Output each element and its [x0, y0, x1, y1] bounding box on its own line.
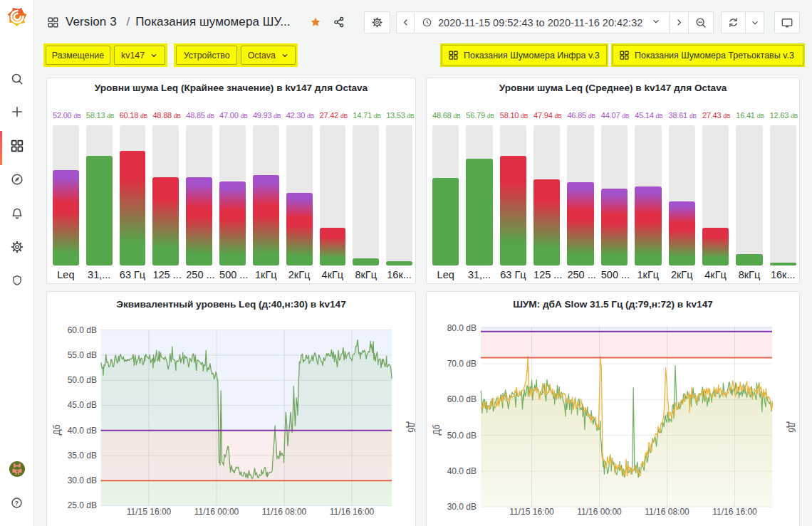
svg-text:Дб: Дб — [786, 422, 796, 433]
svg-text:?: ? — [15, 500, 19, 507]
svg-text:11/15 16:00: 11/15 16:00 — [509, 507, 554, 517]
svg-text:11/16 16:00: 11/16 16:00 — [330, 507, 375, 517]
svg-text:50.0 dB: 50.0 dB — [447, 431, 477, 441]
svg-text:Дб: Дб — [52, 424, 62, 435]
svg-text:11/16 16:00: 11/16 16:00 — [712, 507, 757, 517]
svg-text:11/16 08:00: 11/16 08:00 — [262, 507, 307, 517]
svg-text:30.0 dB: 30.0 dB — [447, 502, 477, 512]
svg-text:Дб: Дб — [432, 424, 442, 435]
svg-text:11/16 08:00: 11/16 08:00 — [645, 507, 689, 517]
svg-text:35.0 dB: 35.0 dB — [68, 451, 97, 461]
svg-text:55.0 dB: 55.0 dB — [68, 350, 97, 360]
svg-text:25.0 dB: 25.0 dB — [68, 500, 97, 510]
svg-text:Дб: Дб — [406, 422, 416, 433]
svg-text:40.0 dB: 40.0 dB — [68, 426, 97, 436]
svg-text:11/15 16:00: 11/15 16:00 — [127, 507, 172, 517]
svg-text:60.0 dB: 60.0 dB — [68, 325, 97, 335]
svg-text:40.0 dB: 40.0 dB — [447, 466, 477, 476]
svg-text:80.0 dB: 80.0 dB — [447, 323, 477, 333]
svg-text:11/16 00:00: 11/16 00:00 — [577, 507, 622, 517]
svg-text:50.0 dB: 50.0 dB — [68, 375, 97, 385]
svg-text:60.0 dB: 60.0 dB — [447, 394, 477, 404]
svg-text:70.0 dB: 70.0 dB — [447, 359, 477, 369]
svg-text:11/16 00:00: 11/16 00:00 — [194, 507, 239, 517]
svg-text:45.0 dB: 45.0 dB — [68, 400, 97, 410]
svg-text:30.0 dB: 30.0 dB — [68, 475, 97, 485]
